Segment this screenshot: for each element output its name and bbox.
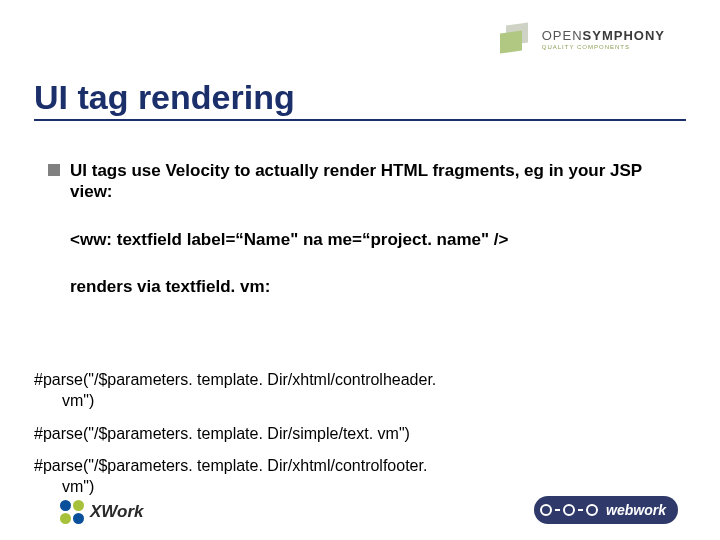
code-line-1b: vm") — [62, 391, 686, 412]
slide-body: UI tags use Velocity to actually render … — [48, 160, 672, 323]
bullet-icon — [48, 164, 60, 176]
slide-title: UI tag rendering — [34, 78, 686, 121]
webwork-label: webwork — [606, 502, 666, 518]
bullet-1-text: UI tags use Velocity to actually render … — [70, 160, 672, 203]
opensymphony-tagline: QUALITY COMPONENTS — [542, 44, 665, 50]
code-block: #parse("/$parameters. template. Dir/xhtm… — [34, 370, 686, 510]
code-line-2: #parse("/$parameters. template. Dir/simp… — [34, 424, 686, 445]
webwork-icon — [540, 504, 598, 516]
xwork-icon — [60, 500, 84, 524]
slide: OPENSYMPHONY QUALITY COMPONENTS UI tag r… — [0, 0, 720, 540]
code-line-3a: #parse("/$parameters. template. Dir/xhtm… — [34, 457, 427, 474]
brand-symphony: SYMPHONY — [583, 28, 665, 43]
webwork-logo: webwork — [534, 496, 678, 524]
xwork-logo: XWork — [60, 500, 144, 524]
code-line-3b: vm") — [62, 477, 686, 498]
opensymphony-name: OPENSYMPHONY — [542, 29, 665, 42]
opensymphony-logo: OPENSYMPHONY QUALITY COMPONENTS — [500, 24, 665, 54]
code-line-1a: #parse("/$parameters. template. Dir/xhtm… — [34, 371, 436, 388]
opensymphony-cube-icon — [500, 24, 534, 54]
code-line-3: #parse("/$parameters. template. Dir/xhtm… — [34, 456, 686, 498]
opensymphony-brand: OPENSYMPHONY QUALITY COMPONENTS — [542, 29, 665, 50]
bullet-1: UI tags use Velocity to actually render … — [48, 160, 672, 203]
code-line-1: #parse("/$parameters. template. Dir/xhtm… — [34, 370, 686, 412]
bullet-3-text: renders via textfield. vm: — [70, 276, 672, 297]
xwork-label: XWork — [90, 502, 144, 522]
bullet-2-text: <ww: textfield label=“Name" na me=“proje… — [70, 229, 672, 250]
brand-open: OPEN — [542, 28, 583, 43]
